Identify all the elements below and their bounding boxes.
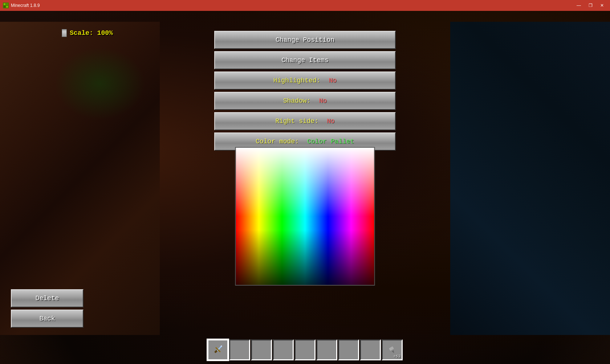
background-foliage <box>54 47 145 120</box>
hotbar-slot-6[interactable] <box>338 339 359 360</box>
sword-icon <box>212 344 224 356</box>
change-items-button[interactable]: Change Items <box>214 51 396 69</box>
hotbar-slot-8-count: +63 <box>393 354 400 359</box>
maximize-button[interactable]: ❐ <box>585 2 595 9</box>
right-side-button[interactable]: Right side: No <box>214 112 396 130</box>
hotbar: +63 <box>207 339 403 360</box>
svg-rect-4 <box>6 6 8 8</box>
color-palette[interactable] <box>235 147 375 286</box>
svg-rect-3 <box>4 6 5 8</box>
shadow-button[interactable]: Shadow: No <box>214 92 396 110</box>
scale-text: Scale: 100% <box>70 29 113 37</box>
hotbar-slot-8[interactable]: +63 <box>382 339 403 360</box>
hotbar-slot-0[interactable] <box>207 339 228 360</box>
hotbar-slot-3[interactable] <box>273 339 294 360</box>
scale-icon <box>62 29 67 37</box>
hotbar-slot-1[interactable] <box>229 339 250 360</box>
hotbar-slot-7[interactable] <box>360 339 381 360</box>
svg-rect-2 <box>6 3 8 5</box>
svg-marker-12 <box>392 350 395 354</box>
hotbar-slot-4[interactable] <box>294 339 316 360</box>
title-text: Minecraft 1.8.9 <box>11 3 574 8</box>
minimize-button[interactable]: — <box>574 2 584 9</box>
bottom-left-buttons: Delete Back <box>11 289 84 328</box>
game-background: Scale: 100% Change Position Change Items… <box>0 11 610 364</box>
back-button[interactable]: Back <box>11 310 84 328</box>
delete-button[interactable]: Delete <box>11 289 84 307</box>
minecraft-icon <box>3 3 9 8</box>
highlighted-button[interactable]: Highlighted: No <box>214 71 396 90</box>
background-right-blocks <box>450 22 610 335</box>
window-controls: — ❐ ✕ <box>574 2 607 9</box>
change-position-button[interactable]: Change Position <box>214 31 396 49</box>
hotbar-slot-5[interactable] <box>316 339 337 360</box>
svg-rect-1 <box>4 3 5 5</box>
hotbar-slot-2[interactable] <box>251 339 272 360</box>
menu-container: Change Position Change Items Highlighted… <box>214 31 396 151</box>
title-bar: Minecraft 1.8.9 — ❐ ✕ <box>0 0 610 11</box>
color-canvas[interactable] <box>236 148 374 285</box>
close-button[interactable]: ✕ <box>597 2 607 9</box>
scale-label: Scale: 100% <box>62 29 113 37</box>
